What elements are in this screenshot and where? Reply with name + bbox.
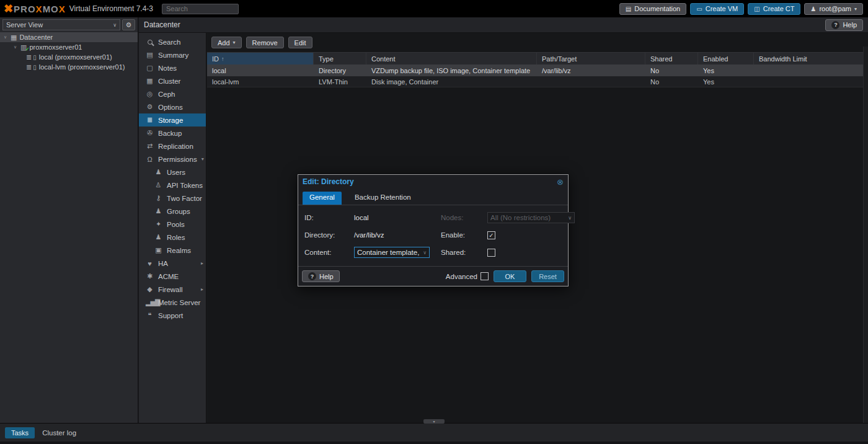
menu-item-firewall[interactable]: ◆Firewall▸ xyxy=(139,283,206,296)
menu-item-roles[interactable]: ♟Roles xyxy=(139,231,206,244)
column-header-content[interactable]: Content xyxy=(366,53,537,64)
chevron-down-icon: ▾ xyxy=(433,419,435,424)
column-header-type[interactable]: Type xyxy=(314,53,366,64)
global-search-input[interactable] xyxy=(162,4,239,14)
support-icon: ❝ xyxy=(146,311,154,319)
user-outline-icon: ♙ xyxy=(154,181,162,189)
tree-item-node[interactable]: ∨ ▥✓ proxmoxserver01 xyxy=(0,42,138,52)
menu-item-ceph[interactable]: ◎Ceph xyxy=(139,87,206,100)
enable-checkbox[interactable]: ✓ xyxy=(487,231,495,239)
version-label: Virtual Environment 7.4-3 xyxy=(69,4,153,13)
menu-item-notes[interactable]: ▢Notes xyxy=(139,61,206,74)
menu-item-pools[interactable]: ✦Pools xyxy=(139,218,206,231)
tab-general[interactable]: General xyxy=(303,192,342,205)
create-ct-button[interactable]: ◫ Create CT xyxy=(748,3,800,15)
storage-icon: ≣ xyxy=(26,54,32,61)
acme-icon: ✱ xyxy=(146,272,154,280)
note-icon: ▢ xyxy=(146,64,154,72)
documentation-button[interactable]: ▤ Documentation xyxy=(619,3,686,15)
ceph-icon: ◎ xyxy=(146,90,154,98)
role-icon: ♟ xyxy=(154,233,162,241)
tab-tasks[interactable]: Tasks xyxy=(5,427,35,438)
check-icon: ✓ xyxy=(489,232,494,239)
proxmox-x-logo-icon: ✖ xyxy=(4,3,13,14)
nodes-select: All (No restrictions) ∨ xyxy=(487,212,575,223)
content-label: Content: xyxy=(304,249,354,256)
tree-expand-icon[interactable]: ∨ xyxy=(2,35,8,40)
dialog-title-bar[interactable]: Edit: Directory ⊗ xyxy=(298,175,568,189)
menu-item-api-tokens[interactable]: ♙API Tokens xyxy=(139,179,206,192)
disk-icon: ▯ xyxy=(33,54,37,61)
table-row[interactable]: local Directory VZDump backup file, ISO … xyxy=(207,65,868,76)
edit-button[interactable]: Edit xyxy=(288,37,312,48)
menu-item-options[interactable]: ⚙Options xyxy=(139,100,206,113)
gear-icon: ⚙ xyxy=(146,103,154,111)
book-icon: ▤ xyxy=(626,6,631,12)
tree-item-storage-local-lvm[interactable]: ≣ ▯ local-lvm (proxmoxserver01) xyxy=(0,62,138,72)
vertical-scrollbar[interactable] xyxy=(863,47,868,423)
question-icon: ? xyxy=(831,21,839,29)
tab-backup-retention[interactable]: Backup Retention xyxy=(348,192,418,205)
menu-item-search[interactable]: Search xyxy=(139,35,206,48)
top-bar: ✖ PROXMOX Virtual Environment 7.4-3 ▤ Do… xyxy=(0,0,868,17)
chevron-down-icon: ∨ xyxy=(568,215,572,221)
menu-item-two-factor[interactable]: ⚷Two Factor xyxy=(139,192,206,205)
column-header-enabled[interactable]: Enabled xyxy=(698,53,754,64)
tags-icon: ✦ xyxy=(154,220,162,228)
menu-item-acme[interactable]: ✱ACME xyxy=(139,270,206,283)
remove-button[interactable]: Remove xyxy=(246,37,284,48)
field-shared: Shared: xyxy=(441,247,575,258)
menu-item-permissions[interactable]: ΩPermissions▾ xyxy=(139,153,206,166)
menu-item-support[interactable]: ❝Support xyxy=(139,309,206,322)
menu-item-summary[interactable]: ▤Summary xyxy=(139,48,206,61)
add-button[interactable]: Add▾ xyxy=(211,37,242,48)
menu-item-ha[interactable]: ♥HA▸ xyxy=(139,257,206,270)
bottom-panel-splitter-handle[interactable]: ▾ xyxy=(423,419,445,424)
close-icon[interactable]: ⊗ xyxy=(557,178,564,186)
menu-item-cluster[interactable]: ▦Cluster xyxy=(139,74,206,87)
view-selector-combo[interactable]: Server View ∨ xyxy=(2,19,120,30)
tree-header: Server View ∨ ⚙ xyxy=(0,17,138,32)
tree-settings-button[interactable]: ⚙ xyxy=(122,19,135,30)
menu-item-groups[interactable]: ♟Groups xyxy=(139,205,206,218)
column-header-bandwidth-limit[interactable]: Bandwidth Limit xyxy=(754,53,868,64)
user-menu-button[interactable]: ♟ root@pam ▾ xyxy=(804,3,863,15)
dialog-footer: ? Help Advanced OK Reset xyxy=(298,266,568,286)
content-select[interactable]: Container template, ISC ∨ xyxy=(354,247,430,258)
ok-button[interactable]: OK xyxy=(494,270,526,282)
table-header-row: ID↑ Type Content Path/Target Shared Enab… xyxy=(207,52,868,65)
advanced-checkbox[interactable] xyxy=(480,272,489,280)
reset-button[interactable]: Reset xyxy=(531,270,564,282)
menu-item-users[interactable]: ♟Users xyxy=(139,166,206,179)
field-nodes: Nodes: All (No restrictions) ∨ xyxy=(441,212,575,223)
tab-cluster-log[interactable]: Cluster log xyxy=(42,429,76,437)
menu-item-realms[interactable]: ▣Realms xyxy=(139,244,206,257)
chevron-down-icon: ∨ xyxy=(423,250,427,255)
help-button[interactable]: ? Help xyxy=(825,19,863,31)
chevron-down-icon: ▾ xyxy=(854,6,857,12)
question-icon: ? xyxy=(308,272,316,280)
field-directory: Directory: /var/lib/vz xyxy=(304,229,438,241)
shared-checkbox[interactable] xyxy=(487,249,495,257)
table-row[interactable]: local-lvm LVM-Thin Disk image, Container… xyxy=(207,76,868,87)
tree-item-storage-local[interactable]: ≣ ▯ local (proxmoxserver01) xyxy=(0,52,138,62)
column-header-path-target[interactable]: Path/Target xyxy=(537,53,645,64)
replication-icon: ⇄ xyxy=(146,142,154,150)
field-enable: Enable: ✓ xyxy=(441,229,575,241)
tree-expand-icon[interactable]: ∨ xyxy=(12,45,18,50)
menu-item-replication[interactable]: ⇄Replication xyxy=(139,140,206,153)
menu-item-backup[interactable]: ✇Backup xyxy=(139,127,206,140)
create-vm-button[interactable]: ▭ Create VM xyxy=(690,3,744,15)
tree-item-datacenter[interactable]: ∨ ▦ Datacenter xyxy=(0,32,138,42)
resource-tree-panel: Server View ∨ ⚙ ∨ ▦ Datacenter ∨ ▥✓ prox… xyxy=(0,17,138,423)
menu-item-storage[interactable]: ≣Storage xyxy=(139,113,206,127)
edit-directory-dialog: Edit: Directory ⊗ General Backup Retenti… xyxy=(298,174,569,286)
column-header-shared[interactable]: Shared xyxy=(645,53,698,64)
logo-text: PROXMOX xyxy=(14,4,66,14)
user-icon: ♟ xyxy=(154,168,162,176)
column-header-id[interactable]: ID↑ xyxy=(207,53,314,64)
dialog-help-button[interactable]: ? Help xyxy=(302,270,340,282)
menu-item-metric-server[interactable]: ▂▅▇Metric Server xyxy=(139,296,206,309)
content-header: Datacenter ? Help xyxy=(139,17,868,33)
field-id: ID: local xyxy=(304,212,438,223)
